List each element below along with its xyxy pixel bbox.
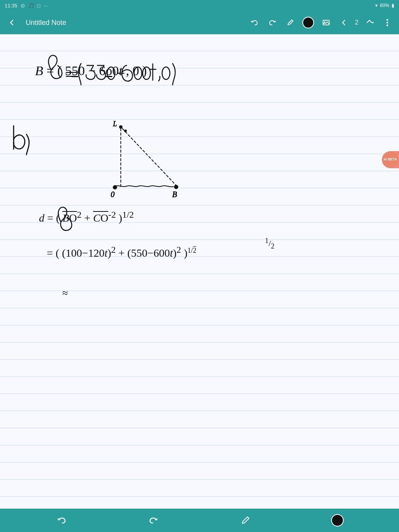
- status-icon-3: □: [37, 3, 41, 9]
- svg-point-22: [113, 185, 117, 189]
- status-time: 11:35: [5, 3, 18, 9]
- undo-button[interactable]: [247, 16, 261, 30]
- back-button[interactable]: [5, 16, 19, 30]
- status-bar: 11:35 ⊙ 🎵 □ ··· ▾ 80% ▮: [0, 0, 399, 11]
- beta-label: m BETA: [383, 152, 398, 167]
- svg-point-4: [387, 25, 388, 26]
- battery-icon: ▮: [392, 3, 394, 8]
- svg-text:B: B: [172, 190, 177, 199]
- beta-button[interactable]: m BETA: [382, 151, 399, 168]
- redo-button[interactable]: [265, 16, 279, 30]
- svg-line-21: [122, 129, 176, 185]
- selected-color: [302, 17, 314, 28]
- svg-text:0: 0: [111, 190, 115, 199]
- status-dots: ···: [43, 3, 48, 9]
- status-icon-2: 🎵: [28, 3, 34, 9]
- svg-text:L: L: [113, 120, 117, 128]
- next-page-button[interactable]: [362, 16, 376, 30]
- battery-text: 80%: [380, 3, 389, 8]
- bottom-redo-button[interactable]: [146, 513, 161, 528]
- svg-point-2: [387, 19, 388, 21]
- bottom-color-button[interactable]: [330, 513, 345, 528]
- svg-point-3: [387, 22, 388, 23]
- more-options-button[interactable]: [380, 16, 394, 30]
- bottom-pen-button[interactable]: [238, 513, 253, 528]
- page-number: 2: [355, 19, 358, 26]
- status-left: 11:35 ⊙ 🎵 □ ···: [5, 3, 48, 9]
- svg-point-24: [174, 185, 178, 189]
- status-right: ▾ 80% ▮: [375, 3, 394, 8]
- notebook-area[interactable]: L 0 B d = ( BO2 +: [0, 34, 399, 509]
- toolbar: Untitled Note 2: [0, 11, 399, 34]
- svg-point-17: [119, 125, 122, 129]
- color-picker-button[interactable]: [301, 16, 315, 30]
- handwritten-content: L 0 B d = ( BO2 +: [0, 34, 399, 509]
- bottom-color-circle: [331, 514, 344, 527]
- bottom-undo-button[interactable]: [54, 513, 69, 528]
- svg-point-1: [324, 21, 325, 23]
- label-b: [14, 126, 29, 155]
- status-icon-1: ⊙: [21, 3, 25, 9]
- prev-page-button[interactable]: [337, 16, 351, 30]
- wifi-icon: ▾: [375, 3, 378, 8]
- note-title[interactable]: Untitled Note: [26, 19, 244, 27]
- triangle-diagram: L 0 B: [111, 120, 178, 199]
- bottom-toolbar: [0, 509, 399, 532]
- pen-tool-button[interactable]: [283, 16, 297, 30]
- insert-image-button[interactable]: [319, 16, 333, 30]
